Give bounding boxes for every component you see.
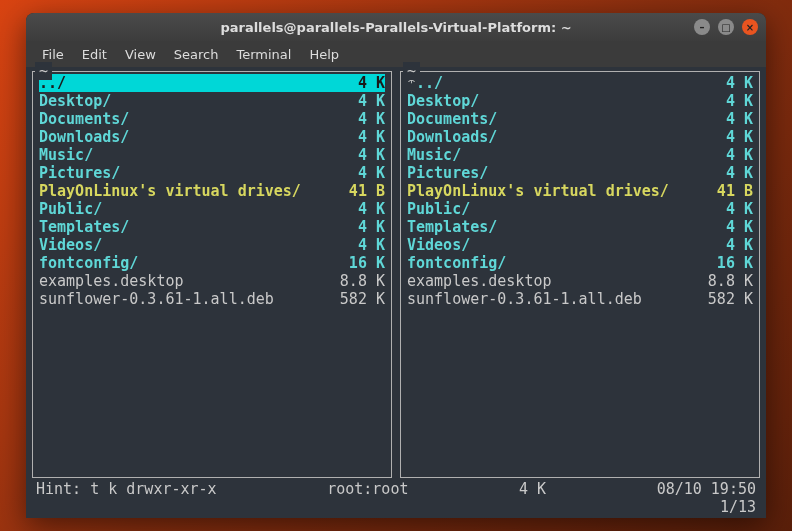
terminal-area[interactable]: ~ ../ 4 KDesktop/ 4 KDocuments/ 4 KDownl… bbox=[26, 67, 766, 518]
item-name: Public/ bbox=[407, 200, 690, 218]
item-name: Videos/ bbox=[407, 236, 690, 254]
list-item[interactable]: examples.desktop 8.8 K bbox=[39, 272, 385, 290]
item-size: 8.8 K bbox=[690, 272, 753, 290]
list-item[interactable]: Downloads/ 4 K bbox=[407, 128, 753, 146]
minimize-button[interactable]: – bbox=[694, 19, 710, 35]
list-item[interactable]: Templates/ 4 K bbox=[39, 218, 385, 236]
item-name: sunflower-0.3.61-1.all.deb bbox=[39, 290, 322, 308]
list-item[interactable]: Public/ 4 K bbox=[407, 200, 753, 218]
list-item[interactable]: Videos/ 4 K bbox=[39, 236, 385, 254]
list-item[interactable]: Downloads/ 4 K bbox=[39, 128, 385, 146]
item-size: 4 K bbox=[690, 92, 753, 110]
status-owner: root:root bbox=[327, 480, 408, 498]
item-name: Pictures/ bbox=[407, 164, 690, 182]
item-name: Pictures/ bbox=[39, 164, 322, 182]
list-item[interactable]: Music/ 4 K bbox=[39, 146, 385, 164]
item-name: fontconfig/ bbox=[39, 254, 322, 272]
item-name: ../ bbox=[39, 74, 322, 92]
left-panel[interactable]: ~ ../ 4 KDesktop/ 4 KDocuments/ 4 KDownl… bbox=[32, 71, 392, 478]
list-item[interactable]: Desktop/ 4 K bbox=[407, 92, 753, 110]
list-item[interactable]: Templates/ 4 K bbox=[407, 218, 753, 236]
right-panel-header: ~ bbox=[403, 62, 420, 80]
list-item[interactable]: Pictures/ 4 K bbox=[39, 164, 385, 182]
item-name: Templates/ bbox=[407, 218, 690, 236]
item-counter: 1/13 bbox=[32, 498, 760, 516]
status-hint: Hint: t k drwxr-xr-x bbox=[36, 480, 217, 498]
item-size: 4 K bbox=[690, 74, 753, 92]
list-item[interactable]: PlayOnLinux's virtual drives/ 41 B bbox=[39, 182, 385, 200]
item-size: 41 B bbox=[322, 182, 385, 200]
status-size: 4 K bbox=[519, 480, 546, 498]
menu-terminal[interactable]: Terminal bbox=[228, 45, 299, 64]
item-size: 4 K bbox=[690, 110, 753, 128]
list-item[interactable]: PlayOnLinux's virtual drives/ 41 B bbox=[407, 182, 753, 200]
item-size: 582 K bbox=[690, 290, 753, 308]
item-size: 4 K bbox=[690, 218, 753, 236]
list-item[interactable]: fontconfig/ 16 K bbox=[407, 254, 753, 272]
list-item[interactable]: Documents/ 4 K bbox=[39, 110, 385, 128]
item-name: Downloads/ bbox=[407, 128, 690, 146]
list-item[interactable]: Public/ 4 K bbox=[39, 200, 385, 218]
item-name: PlayOnLinux's virtual drives/ bbox=[407, 182, 690, 200]
item-size: 4 K bbox=[322, 146, 385, 164]
menu-help[interactable]: Help bbox=[301, 45, 347, 64]
panels: ~ ../ 4 KDesktop/ 4 KDocuments/ 4 KDownl… bbox=[32, 71, 760, 478]
item-name: examples.desktop bbox=[407, 272, 690, 290]
item-name: PlayOnLinux's virtual drives/ bbox=[39, 182, 322, 200]
item-name: Desktop/ bbox=[39, 92, 322, 110]
item-name: *../ bbox=[407, 74, 690, 92]
list-item[interactable]: fontconfig/ 16 K bbox=[39, 254, 385, 272]
item-size: 16 K bbox=[690, 254, 753, 272]
menu-edit[interactable]: Edit bbox=[74, 45, 115, 64]
item-name: examples.desktop bbox=[39, 272, 322, 290]
terminal-window: parallels@parallels-Parallels-Virtual-Pl… bbox=[26, 13, 766, 518]
list-item[interactable]: ../ 4 K bbox=[39, 74, 385, 92]
item-size: 4 K bbox=[322, 200, 385, 218]
left-panel-body: ../ 4 KDesktop/ 4 KDocuments/ 4 KDownloa… bbox=[33, 72, 391, 477]
list-item[interactable]: *../ 4 K bbox=[407, 74, 753, 92]
left-panel-header: ~ bbox=[35, 62, 52, 80]
maximize-button[interactable]: □ bbox=[718, 19, 734, 35]
list-item[interactable]: Desktop/ 4 K bbox=[39, 92, 385, 110]
item-name: Music/ bbox=[39, 146, 322, 164]
item-name: Videos/ bbox=[39, 236, 322, 254]
list-item[interactable]: Documents/ 4 K bbox=[407, 110, 753, 128]
item-name: sunflower-0.3.61-1.all.deb bbox=[407, 290, 690, 308]
item-name: Public/ bbox=[39, 200, 322, 218]
item-size: 4 K bbox=[322, 74, 385, 92]
item-size: 4 K bbox=[690, 236, 753, 254]
menu-view[interactable]: View bbox=[117, 45, 164, 64]
right-panel[interactable]: ~ *../ 4 KDesktop/ 4 KDocuments/ 4 KDown… bbox=[400, 71, 760, 478]
list-item[interactable]: sunflower-0.3.61-1.all.deb 582 K bbox=[39, 290, 385, 308]
list-item[interactable]: Videos/ 4 K bbox=[407, 236, 753, 254]
status-date: 08/10 19:50 bbox=[657, 480, 756, 498]
list-item[interactable]: sunflower-0.3.61-1.all.deb 582 K bbox=[407, 290, 753, 308]
menu-file[interactable]: File bbox=[34, 45, 72, 64]
item-name: Documents/ bbox=[39, 110, 322, 128]
menubar: File Edit View Search Terminal Help bbox=[26, 41, 766, 67]
item-size: 4 K bbox=[690, 164, 753, 182]
close-button[interactable]: × bbox=[742, 19, 758, 35]
list-item[interactable]: Music/ 4 K bbox=[407, 146, 753, 164]
item-size: 4 K bbox=[690, 200, 753, 218]
item-name: Music/ bbox=[407, 146, 690, 164]
window-title: parallels@parallels-Parallels-Virtual-Pl… bbox=[220, 20, 571, 35]
titlebar[interactable]: parallels@parallels-Parallels-Virtual-Pl… bbox=[26, 13, 766, 41]
item-size: 41 B bbox=[690, 182, 753, 200]
statusbar: Hint: t k drwxr-xr-x root:root 4 K 08/10… bbox=[32, 478, 760, 498]
item-size: 8.8 K bbox=[322, 272, 385, 290]
item-size: 4 K bbox=[322, 164, 385, 182]
window-controls: – □ × bbox=[694, 19, 758, 35]
item-size: 4 K bbox=[690, 146, 753, 164]
list-item[interactable]: Pictures/ 4 K bbox=[407, 164, 753, 182]
item-size: 582 K bbox=[322, 290, 385, 308]
list-item[interactable]: examples.desktop 8.8 K bbox=[407, 272, 753, 290]
item-name: Downloads/ bbox=[39, 128, 322, 146]
item-size: 4 K bbox=[322, 110, 385, 128]
item-name: Documents/ bbox=[407, 110, 690, 128]
item-size: 4 K bbox=[322, 218, 385, 236]
item-name: Desktop/ bbox=[407, 92, 690, 110]
item-size: 16 K bbox=[322, 254, 385, 272]
item-size: 4 K bbox=[322, 128, 385, 146]
menu-search[interactable]: Search bbox=[166, 45, 227, 64]
